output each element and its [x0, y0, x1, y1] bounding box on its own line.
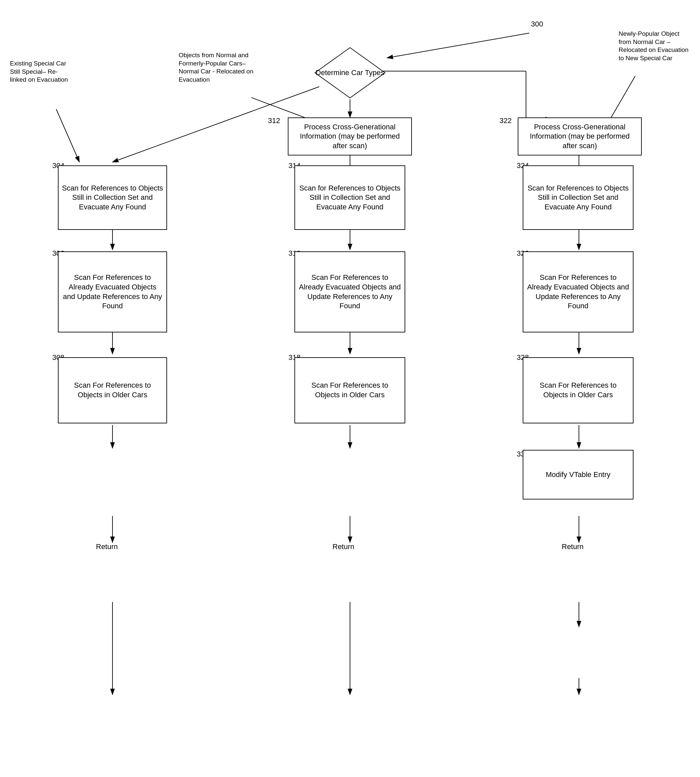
svg-line-11	[56, 109, 79, 162]
ref-312: 312	[268, 117, 280, 125]
annotation-2: Objects from Normal and Formerly-Popular…	[178, 51, 258, 84]
annotation-1: Existing Special Car Still Special– Re-l…	[10, 60, 73, 84]
scan-already-col3: Scan For References to Already Evacuated…	[523, 252, 633, 332]
process-cross-gen-left: Process Cross-Generational Information (…	[288, 117, 412, 155]
return-col3: Return	[562, 542, 583, 551]
return-col2: Return	[332, 542, 354, 551]
scan-older-col3: Scan For References to Objects in Older …	[523, 357, 633, 424]
scan-evacuate-col1: Scan for References to Objects Still in …	[58, 165, 167, 230]
svg-line-2	[387, 33, 529, 58]
ref-300: 300	[531, 20, 543, 28]
scan-older-col1: Scan For References to Objects in Older …	[58, 357, 167, 424]
determine-label: Determine Car Types	[316, 68, 384, 78]
scan-older-col2: Scan For References to Objects in Older …	[295, 357, 405, 424]
scan-evacuate-col3: Scan for References to Objects Still in …	[523, 165, 633, 230]
annotation-3: Newly-Popular Object from Normal Car – R…	[618, 30, 692, 63]
diagram-container: 300 Determine Car Types Existing Special…	[0, 0, 700, 777]
determine-car-types-diamond: Determine Car Types	[313, 46, 387, 99]
return-col1: Return	[96, 542, 118, 551]
modify-vtable: Modify VTable Entry	[523, 450, 633, 500]
process-cross-gen-right: Process Cross-Generational Information (…	[518, 117, 642, 155]
scan-evacuate-col2: Scan for References to Objects Still in …	[295, 165, 405, 230]
scan-already-col2: Scan For References to Already Evacuated…	[295, 252, 405, 332]
scan-already-col1: Scan For References to Already Evacuated…	[58, 252, 167, 332]
ref-322: 322	[500, 117, 512, 125]
